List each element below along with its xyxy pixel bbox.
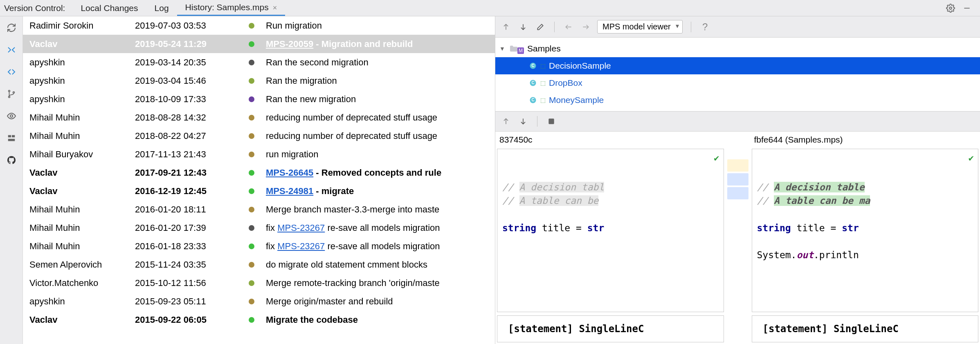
commit-message: Ran the migration xyxy=(266,76,495,86)
tab-log[interactable]: Log xyxy=(146,1,177,16)
svg-rect-7 xyxy=(11,135,14,138)
code-keyword: string xyxy=(502,223,536,233)
commit-row[interactable]: apyshkin2019-03-04 15:46Ran the migratio… xyxy=(23,71,495,90)
next-diff-icon[interactable] xyxy=(517,116,529,127)
code-text: .println xyxy=(814,250,859,260)
commit-row[interactable]: Mihail Muhin2016-01-18 23:33fix MPS-2326… xyxy=(23,237,495,255)
eye-icon[interactable] xyxy=(4,109,19,123)
tree-item[interactable]: C⬚DecisionSample xyxy=(495,57,980,74)
commit-date: 2016-01-20 17:39 xyxy=(135,223,237,233)
viewer-dropdown[interactable]: MPS model viewer xyxy=(597,20,683,34)
commit-graph-node xyxy=(237,60,266,65)
commit-row[interactable]: Mihail Muhin2018-08-28 14:32reducing num… xyxy=(23,108,495,127)
diff-settings-icon[interactable] xyxy=(546,116,557,127)
commit-row[interactable]: Radimir Sorokin2019-07-03 03:53Run migra… xyxy=(23,16,495,35)
tree-item[interactable]: C⬚DropBox xyxy=(495,74,980,92)
commit-message: MPS-24981 - migrate xyxy=(266,186,495,197)
back-arrow-icon[interactable] xyxy=(563,21,574,33)
commit-message: Run migration xyxy=(266,20,495,31)
diff-body: ✔ // A decision tabl // A table can be s… xyxy=(495,147,980,314)
version-control-topbar: Version Control: Local Changes Log Histo… xyxy=(0,0,980,16)
tab-local-changes[interactable]: Local Changes xyxy=(72,1,146,16)
statement-left[interactable]: [statement] SingleLineC xyxy=(497,315,724,342)
code-comment-hl: A table can be ma xyxy=(774,195,870,206)
commit-graph-node xyxy=(237,23,266,29)
issue-link[interactable]: MPS-26645 xyxy=(266,168,313,178)
commit-row[interactable]: Vaclav2019-05-24 11:29MPS-20059 - Migrat… xyxy=(23,35,495,53)
prev-diff-icon[interactable] xyxy=(500,116,512,127)
help-icon[interactable]: ? xyxy=(699,21,711,33)
compare-out-icon[interactable] xyxy=(4,65,19,79)
commit-row[interactable]: Mihail Muhin2016-01-20 18:11Merge branch… xyxy=(23,200,495,219)
github-icon[interactable] xyxy=(4,153,19,168)
diff-right-pane[interactable]: ✔ // A decision table // A table can be … xyxy=(752,149,979,312)
commit-message: Ran the second migration xyxy=(266,57,495,68)
svg-text:C: C xyxy=(531,80,534,85)
issue-link[interactable]: MPS-23267 xyxy=(277,223,325,233)
svg-text:C: C xyxy=(531,63,534,68)
commit-row[interactable]: Vaclav2017-09-21 12:43MPS-26645 - Remove… xyxy=(23,163,495,182)
svg-rect-6 xyxy=(8,135,11,138)
issue-link[interactable]: MPS-23267 xyxy=(277,241,325,251)
commit-message: reducing number of deprecated stuff usag… xyxy=(266,112,495,123)
commit-row[interactable]: apyshkin2019-03-14 20:35Ran the second m… xyxy=(23,53,495,71)
statement-right[interactable]: [statement] SingleLineC xyxy=(752,315,979,342)
commit-row[interactable]: Semen Alperovich2015-11-24 03:35do migra… xyxy=(23,255,495,274)
code-comment: // xyxy=(757,195,774,206)
commit-row[interactable]: Vaclav2016-12-19 12:45MPS-24981 - migrat… xyxy=(23,182,495,200)
commit-message: MPS-20059 - Migration and rebuild xyxy=(266,39,495,49)
commit-author: Vaclav xyxy=(29,39,135,49)
issue-link[interactable]: MPS-20059 xyxy=(266,39,313,49)
down-arrow-icon[interactable] xyxy=(517,21,529,33)
minimize-icon[interactable] xyxy=(961,2,973,14)
commit-author: Victor.Matchenko xyxy=(29,278,135,288)
compare-in-icon[interactable] xyxy=(4,42,19,57)
commit-row[interactable]: Mihail Muhin2018-08-22 04:27reducing num… xyxy=(23,127,495,145)
commit-history-list[interactable]: Radimir Sorokin2019-07-03 03:53Run migra… xyxy=(23,16,495,344)
commit-row[interactable]: apyshkin2015-09-23 05:11Merge origin/mas… xyxy=(23,292,495,310)
issue-link[interactable]: MPS-24981 xyxy=(266,186,313,196)
concept-icon: C xyxy=(529,79,537,87)
commit-date: 2018-08-22 04:27 xyxy=(135,131,237,141)
close-icon[interactable]: × xyxy=(273,4,277,12)
branch-icon[interactable] xyxy=(4,87,19,101)
code-comment: // xyxy=(757,182,774,192)
commit-row[interactable]: Mihail Buryakov2017-11-13 21:43run migra… xyxy=(23,145,495,163)
commit-date: 2017-11-13 21:43 xyxy=(135,149,237,160)
commit-date: 2019-03-04 15:46 xyxy=(135,76,237,86)
forward-arrow-icon[interactable] xyxy=(580,21,591,33)
commit-row[interactable]: apyshkin2018-10-09 17:33Ran the new migr… xyxy=(23,90,495,108)
commit-row[interactable]: Victor.Matchenko2015-10-12 11:56Merge re… xyxy=(23,274,495,292)
tree-item[interactable]: C⬚MoneySample xyxy=(495,92,980,109)
link-icon: ⬚ xyxy=(540,97,546,103)
commit-message: MPS-26645 - Removed concepts and rule xyxy=(266,168,495,178)
commit-message: Merge branch master-3.3-merge into maste xyxy=(266,204,495,215)
diff-gutter xyxy=(726,147,750,314)
commit-author: apyshkin xyxy=(29,76,135,86)
tree-item-label: MoneySample xyxy=(549,95,604,105)
code-comment-hl: A table can be xyxy=(519,195,599,206)
diff-left-pane[interactable]: ✔ // A decision tabl // A table can be s… xyxy=(497,149,724,312)
code-text: title = xyxy=(536,223,587,233)
diff-left-hash: 837450c xyxy=(495,133,726,146)
commit-row[interactable]: Vaclav2015-09-22 06:05Migrate the codeba… xyxy=(23,310,495,329)
diff-nav-bar xyxy=(495,111,980,132)
file-tree: ▼ M Samples C⬚DecisionSampleC⬚DropBoxC⬚M… xyxy=(495,38,980,111)
tab-history[interactable]: History: Samples.mps × xyxy=(177,0,285,16)
up-arrow-icon[interactable] xyxy=(500,21,512,33)
chevron-down-icon: ▼ xyxy=(499,45,506,52)
commit-date: 2019-03-14 20:35 xyxy=(135,57,237,68)
commit-message: reducing number of deprecated stuff usag… xyxy=(266,131,495,141)
commit-graph-node xyxy=(237,299,266,304)
tree-root-samples[interactable]: ▼ M Samples xyxy=(495,40,980,57)
commit-date: 2016-01-18 23:33 xyxy=(135,241,237,252)
commit-author: Vaclav xyxy=(29,315,135,325)
edit-icon[interactable] xyxy=(535,21,546,33)
gear-icon[interactable] xyxy=(945,2,956,14)
commit-date: 2018-08-28 14:32 xyxy=(135,112,237,123)
commit-author: Mihail Muhin xyxy=(29,131,135,141)
commit-graph-node xyxy=(237,243,266,249)
refresh-icon[interactable] xyxy=(4,20,19,35)
layout-icon[interactable] xyxy=(4,131,19,145)
commit-row[interactable]: Mihail Muhin2016-01-20 17:39fix MPS-2326… xyxy=(23,219,495,237)
